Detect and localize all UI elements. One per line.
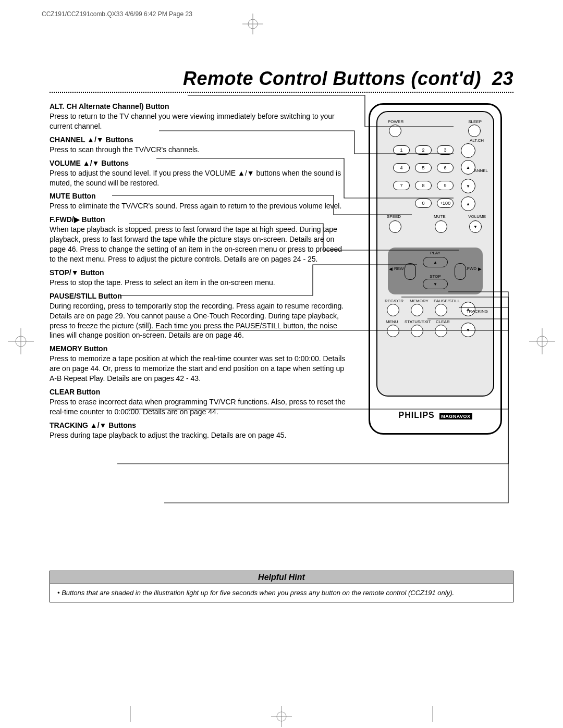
button-num-3: 3 [437,145,454,155]
remote-illustration-column: POWER SLEEP ALT.CH 1 2 3 4 5 6 CHANNEL ▲ [357,98,513,443]
section-heading-volume: VOLUME ▲/▼ Buttons [50,159,349,167]
button-volume-down: ▼ [469,220,482,233]
section-heading-clear: CLEAR Button [50,388,349,396]
section-heading-ffwd: F.FWD/▶ Button [50,215,349,224]
button-num-1: 1 [393,145,410,155]
button-power [389,125,401,137]
button-channel-down: ▼ [461,179,475,193]
button-status-exit [411,325,423,337]
label-mute: MUTE [434,214,446,219]
page-title-text: Remote Control Buttons (cont'd) [183,68,481,89]
button-play: ▲ [423,257,448,267]
label-rec-otr: REC/OTR [385,299,403,303]
label-power: POWER [388,119,403,124]
section-body-stop: Press to stop the tape. Press to select … [50,278,349,288]
brand-box: MAGNAVOX [439,413,472,419]
button-pause-still [435,304,447,316]
button-rew [405,263,416,280]
section-body-clear: Press to erase incorrect data when progr… [50,397,349,417]
button-clear [435,325,447,337]
button-stop: ▼ [423,279,448,289]
section-body-ffwd: When tape playback is stopped, press to … [50,225,349,264]
crop-tick-mark [128,706,133,722]
title-separator [50,92,513,93]
button-menu [387,325,399,337]
arrow-right-icon: ▶ [478,266,482,272]
brand-row: PHILIPS MAGNAVOX [370,411,500,420]
section-body-pause: During recording, press to temporarily s… [50,301,349,341]
button-rec-otr [387,304,399,316]
section-heading-pause: PAUSE/STILL Button [50,292,349,300]
section-heading-mute: MUTE Button [50,192,349,200]
section-heading-channel: CHANNEL ▲/▼ Buttons [50,135,349,144]
button-plus-100: +100 [437,199,454,208]
button-tracking-down: ▼ [461,323,475,337]
button-channel-up: ▲ [461,160,475,175]
label-pause-still: PAUSE/STILL [434,299,460,303]
button-alt-ch [461,143,475,158]
label-speed: SPEED [387,214,401,219]
label-clear: CLEAR [436,319,450,324]
button-memory [411,304,423,316]
button-ffwd [455,263,466,280]
button-sleep [468,125,481,137]
arrow-left-icon: ◀ [389,266,393,272]
crop-tick-mark [430,706,435,722]
button-num-9: 9 [437,181,454,190]
remote-illustration: POWER SLEEP ALT.CH 1 2 3 4 5 6 CHANNEL ▲ [369,103,502,435]
button-mute [435,220,447,233]
button-num-4: 4 [393,163,410,172]
label-memory: MEMORY [410,299,429,303]
label-stop: STOP [430,274,441,279]
button-num-7: 7 [393,181,410,190]
section-body-channel: Press to scan through the TV/VCR's chann… [50,145,349,155]
button-num-8: 8 [415,181,432,190]
label-menu: MENU [386,319,398,324]
section-heading-memory: MEMORY Button [50,344,349,353]
button-speed [389,220,401,233]
crop-registration-mark [8,328,34,356]
crop-registration-mark [271,706,292,722]
crop-registration-mark [242,14,263,34]
helpful-hint-body: Buttons that are shaded in the illustrat… [50,584,513,602]
page-title: Remote Control Buttons (cont'd) 23 [50,68,513,90]
label-volume: VOLUME [468,214,486,219]
section-heading-tracking: TRACKING ▲/▼ Buttons [50,421,349,429]
source-header-line: CCZ191/CCZ191comb.QX33 4/6/99 6:42 PM Pa… [42,10,192,18]
helpful-hint-box: Helpful Hint Buttons that are shaded in … [50,571,513,602]
brand-text: PHILIPS [398,411,434,419]
label-status-exit: STATUS/EXIT [405,319,431,324]
section-body-tracking: Press during tape playback to adjust the… [50,430,349,440]
section-body-mute: Press to eliminate the TV/VCR's sound. P… [50,201,349,211]
helpful-hint-title: Helpful Hint [50,571,513,584]
button-num-0: 0 [415,199,432,208]
button-volume-up: ▲ [461,196,475,211]
label-alt-ch: ALT.CH [470,138,484,143]
section-heading-alt-ch: ALT. CH Alternate Channel) Button [50,102,349,110]
button-num-6: 6 [437,163,454,172]
button-num-5: 5 [415,163,432,172]
section-body-memory: Press to memorize a tape position at whi… [50,354,349,384]
label-play: PLAY [430,251,440,255]
helpful-hint-text: Buttons that are shaded in the illustrat… [57,589,454,597]
label-tracking: TRACKING [467,309,488,314]
label-sleep: SLEEP [468,119,482,124]
label-rew: REW [394,266,404,271]
crop-registration-mark [529,328,555,356]
page-number: 23 [492,68,513,89]
descriptions-column: ALT. CH Alternate Channel) Button Press … [50,98,349,443]
section-heading-stop: STOP/▼ Button [50,268,349,277]
transport-cluster: PLAY ▲ REW ◀ F.FWD ▶ ▼ STOP [388,248,483,294]
section-body-alt-ch: Press to return to the TV channel you we… [50,112,349,131]
button-num-2: 2 [415,145,432,155]
section-body-volume: Press to adjust the sound level. If you … [50,168,349,188]
